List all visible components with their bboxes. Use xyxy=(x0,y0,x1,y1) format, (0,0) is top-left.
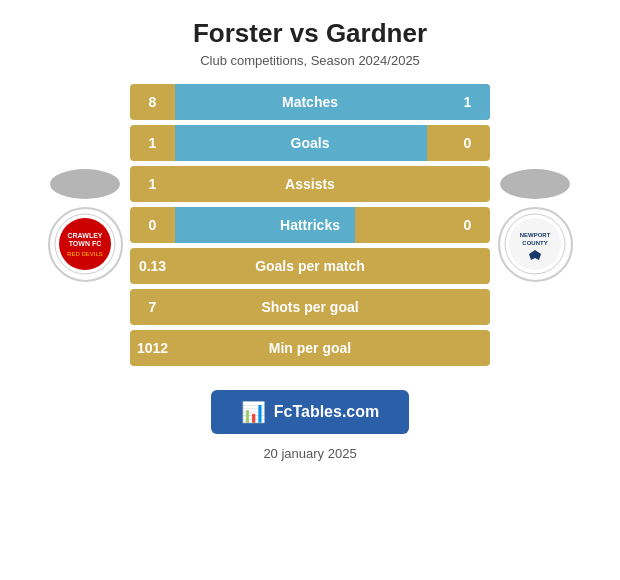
team-right-logo: NEWPORT COUNTY xyxy=(498,207,573,282)
stat-row-shots_per_goal: 7Shots per goal xyxy=(130,289,490,325)
team-left-shape xyxy=(50,169,120,199)
subtitle: Club competitions, Season 2024/2025 xyxy=(193,53,427,68)
stat-label-assists: Assists xyxy=(175,176,445,192)
stat-right-val-hattricks: 0 xyxy=(445,217,490,233)
stat-left-val-goals_per_match: 0.13 xyxy=(130,258,175,274)
stat-label-shots_per_goal: Shots per goal xyxy=(175,299,445,315)
stat-row-matches: 8Matches1 xyxy=(130,84,490,120)
stat-right-val-goals: 0 xyxy=(445,135,490,151)
stat-left-val-assists: 1 xyxy=(130,176,175,192)
svg-text:CRAWLEY: CRAWLEY xyxy=(67,232,102,239)
stat-label-goals: Goals xyxy=(175,135,445,151)
footer-date: 20 january 2025 xyxy=(263,446,356,461)
page-title: Forster vs Gardner xyxy=(193,18,427,49)
svg-text:TOWN FC: TOWN FC xyxy=(68,240,101,247)
stat-label-goals_per_match: Goals per match xyxy=(175,258,445,274)
stats-panel: 8Matches11Goals01Assists0Hattricks00.13G… xyxy=(130,84,490,366)
stat-row-goals: 1Goals0 xyxy=(130,125,490,161)
stat-left-val-hattricks: 0 xyxy=(130,217,175,233)
fctables-banner: 📊 FcTables.com xyxy=(211,390,410,434)
stat-label-matches: Matches xyxy=(175,94,445,110)
team-left-logo: CRAWLEY TOWN FC RED DEVILS xyxy=(48,207,123,282)
svg-text:COUNTY: COUNTY xyxy=(522,240,547,246)
stat-left-val-min_per_goal: 1012 xyxy=(130,340,175,356)
main-content: CRAWLEY TOWN FC RED DEVILS 8Matches11Goa… xyxy=(0,74,620,376)
stat-right-val-matches: 1 xyxy=(445,94,490,110)
stat-label-hattricks: Hattricks xyxy=(175,217,445,233)
team-right-badge: NEWPORT COUNTY xyxy=(490,169,580,282)
svg-text:RED DEVILS: RED DEVILS xyxy=(67,251,103,257)
page-header: Forster vs Gardner Club competitions, Se… xyxy=(183,0,437,74)
stat-left-val-goals: 1 xyxy=(130,135,175,151)
stat-row-min_per_goal: 1012Min per goal xyxy=(130,330,490,366)
svg-text:NEWPORT: NEWPORT xyxy=(519,232,550,238)
brand-label: FcTables.com xyxy=(274,403,380,421)
stat-left-val-matches: 8 xyxy=(130,94,175,110)
stat-left-val-shots_per_goal: 7 xyxy=(130,299,175,315)
stat-row-goals_per_match: 0.13Goals per match xyxy=(130,248,490,284)
stat-label-min_per_goal: Min per goal xyxy=(175,340,445,356)
stat-row-hattricks: 0Hattricks0 xyxy=(130,207,490,243)
chart-icon: 📊 xyxy=(241,400,266,424)
team-left-badge: CRAWLEY TOWN FC RED DEVILS xyxy=(40,169,130,282)
team-right-shape xyxy=(500,169,570,199)
stat-row-assists: 1Assists xyxy=(130,166,490,202)
